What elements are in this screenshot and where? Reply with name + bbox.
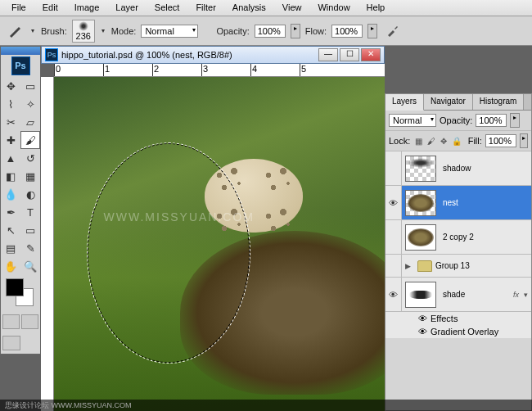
ps-doc-icon: Ps [45, 48, 58, 61]
watermark-text: WWW.MISSYUAN.COM [104, 210, 255, 224]
airbrush-icon[interactable] [382, 21, 402, 41]
zoom-tool[interactable]: 🔍 [20, 257, 40, 275]
maximize-button[interactable]: ☐ [340, 48, 359, 61]
visibility-toggle[interactable]: 👁 [385, 186, 402, 219]
crop-tool[interactable]: ✂ [1, 113, 20, 131]
layer-thumb[interactable] [405, 282, 436, 308]
layer-list: shadow 👁 nest 2 copy 2 ▶ Group 13 👁 shad… [385, 151, 531, 338]
layer-thumb[interactable] [405, 224, 436, 251]
flow-input[interactable]: 100% [331, 25, 363, 38]
lock-all-icon[interactable]: 🔒 [452, 135, 462, 147]
layer-name[interactable]: shade [440, 290, 513, 299]
tab-layers[interactable]: Layers [385, 94, 424, 111]
foreground-color[interactable] [6, 278, 24, 296]
fx-gradient-overlay-row[interactable]: 👁 Gradient Overlay [385, 325, 531, 338]
layer-fill-input[interactable]: 100% [485, 134, 516, 147]
notes-tool[interactable]: ▤ [1, 239, 20, 257]
marquee-tool[interactable]: ▭ [20, 77, 40, 95]
standard-mode-icon[interactable] [2, 314, 20, 329]
layer-name[interactable]: nest [440, 198, 531, 207]
tool-preset-arrow[interactable]: ▾ [29, 27, 36, 34]
brush-label: Brush: [41, 26, 67, 36]
menu-file[interactable]: File [3, 0, 34, 16]
layer-group13[interactable]: ▶ Group 13 [385, 255, 531, 278]
brush-tool-icon[interactable] [5, 21, 25, 41]
layer-thumb[interactable] [405, 190, 436, 216]
visibility-toggle[interactable]: 👁 [385, 278, 402, 311]
document-area: Ps hippo_tutorial.psd @ 100% (nest, RGB/… [41, 46, 385, 411]
quickmask-mode-icon[interactable] [21, 314, 38, 329]
slice-tool[interactable]: ▱ [20, 113, 40, 131]
fx-badge[interactable]: fx [513, 291, 521, 299]
lock-position-icon[interactable]: ✥ [439, 135, 448, 147]
visibility-toggle[interactable] [385, 151, 402, 185]
wand-tool[interactable]: ✧ [20, 95, 40, 113]
flow-slider-btn[interactable]: ▸ [367, 24, 377, 38]
move-tool[interactable]: ✥ [1, 77, 20, 95]
brush-preset-picker[interactable]: 236 [72, 20, 95, 43]
tab-navigator[interactable]: Navigator [424, 94, 473, 110]
blur-tool[interactable]: 💧 [1, 185, 20, 203]
type-tool[interactable]: T [20, 203, 40, 221]
layer-thumb[interactable] [405, 156, 436, 182]
layer-name[interactable]: Group 13 [432, 261, 531, 270]
menu-image[interactable]: Image [66, 0, 108, 16]
menu-layer[interactable]: Layer [107, 0, 147, 16]
stamp-tool[interactable]: ▲ [1, 149, 20, 167]
layer-blend-mode[interactable]: Normal [389, 114, 436, 127]
menu-window[interactable]: Window [309, 0, 358, 16]
color-swatches[interactable] [1, 275, 40, 311]
canvas[interactable]: WWW.MISSYUAN.COM [54, 77, 385, 411]
tab-histogram[interactable]: Histogram [473, 94, 525, 110]
shape-tool[interactable]: ▭ [20, 221, 40, 239]
menu-select[interactable]: Select [147, 0, 188, 16]
menu-filter[interactable]: Filter [187, 0, 223, 16]
minimize-button[interactable]: — [318, 48, 338, 61]
heal-tool[interactable]: ✚ [1, 131, 20, 149]
hand-tool[interactable]: ✋ [1, 257, 20, 275]
layer-name[interactable]: shadow [440, 164, 531, 173]
opacity-slider-btn[interactable]: ▸ [291, 24, 300, 38]
blend-mode-select[interactable]: Normal [141, 25, 198, 38]
screen-mode-icon[interactable] [2, 336, 20, 350]
document-titlebar[interactable]: Ps hippo_tutorial.psd @ 100% (nest, RGB/… [41, 46, 385, 64]
menu-edit[interactable]: Edit [34, 0, 66, 16]
group-expand-icon[interactable]: ▶ [402, 262, 414, 270]
pen-tool[interactable]: ✒ [1, 203, 20, 221]
toolbox: Ps ✥ ▭ ⌇ ✧ ✂ ▱ ✚ 🖌 ▲ ↺ ◧ ▦ 💧 ◐ ✒ T ↖ ▭ ▤… [0, 46, 41, 355]
layer-opacity-slider[interactable]: ▸ [510, 113, 520, 128]
eyedropper-tool[interactable]: ✎ [20, 239, 40, 257]
layer-fill-slider[interactable]: ▸ [520, 133, 528, 148]
layer-nest[interactable]: 👁 nest [385, 186, 531, 220]
eye-icon[interactable]: 👁 [418, 327, 427, 336]
history-brush-tool[interactable]: ↺ [20, 149, 40, 167]
lock-transparent-icon[interactable]: ▦ [413, 135, 422, 147]
opacity-input[interactable]: 100% [255, 25, 286, 38]
eye-icon[interactable]: 👁 [418, 314, 427, 323]
gradient-tool[interactable]: ▦ [20, 167, 40, 185]
fx-expand-icon[interactable]: ▾ [521, 291, 531, 299]
brush-arrow[interactable]: ▾ [100, 27, 106, 34]
visibility-toggle[interactable] [385, 255, 402, 277]
close-button[interactable]: ✕ [361, 48, 381, 61]
fx-effects-row[interactable]: 👁 Effects [385, 312, 531, 325]
menu-help[interactable]: Help [358, 0, 394, 16]
options-bar: ▾ Brush: 236 ▾ Mode: Normal Opacity: 100… [0, 16, 532, 46]
layer-2copy2[interactable]: 2 copy 2 [385, 220, 531, 255]
layer-opacity-input[interactable]: 100% [476, 114, 507, 127]
path-tool[interactable]: ↖ [1, 221, 20, 239]
menu-analysis[interactable]: Analysis [224, 0, 274, 16]
brush-tool[interactable]: 🖌 [20, 131, 40, 149]
lasso-tool[interactable]: ⌇ [1, 95, 20, 113]
layer-shadow[interactable]: shadow [385, 151, 531, 186]
eraser-tool[interactable]: ◧ [1, 167, 20, 185]
dodge-tool[interactable]: ◐ [20, 185, 40, 203]
layer-name[interactable]: 2 copy 2 [440, 233, 531, 242]
layers-panel: Layers Navigator Histogram Normal Opacit… [385, 93, 532, 411]
visibility-toggle[interactable] [385, 220, 402, 254]
menu-view[interactable]: View [274, 0, 310, 16]
lock-pixels-icon[interactable]: 🖌 [426, 135, 435, 147]
layer-shade[interactable]: 👁 shade fx ▾ [385, 278, 531, 312]
toolbox-head[interactable] [1, 47, 40, 55]
brush-size-value: 236 [76, 31, 91, 41]
